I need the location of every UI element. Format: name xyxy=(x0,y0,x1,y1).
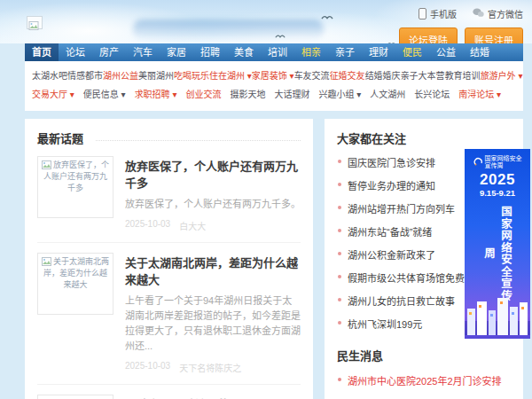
subnav-link-dropdown[interactable]: 便民信息 ▾ xyxy=(83,86,126,103)
bird-icon xyxy=(275,27,286,43)
post-item: 放弃医保了，个人账户还有两万九千多 放弃医保了，个人账户还有两万九千多 放弃医保… xyxy=(37,146,301,243)
wechat-icon xyxy=(473,8,484,20)
subnav-link[interactable]: 美丽湖州 xyxy=(138,67,174,84)
post-title[interactable]: 放弃医保了，个人账户还有两万九千多 xyxy=(125,157,301,191)
sub-nav-row-1: 太湖水吧 情感都市 湖州公益 美丽湖州 吃喝玩乐 住在湖州 ▾ 家居装饰 ▾ 车… xyxy=(32,67,516,84)
post-thumbnail[interactable]: 放弃医保了，个人账户还有两万九千多 xyxy=(37,156,113,218)
phone-icon xyxy=(419,8,426,20)
nav-item-wedding[interactable]: 结婚 xyxy=(463,43,497,61)
post-thumbnail[interactable]: 关于太湖南北两岸，差距为什么越来越大 xyxy=(37,253,113,315)
nav-item-auto[interactable]: 汽车 xyxy=(126,43,160,61)
post-meta: 2025-10-03 天下名将陈庆之 xyxy=(125,354,301,374)
official-wechat-label: 官方微信 xyxy=(488,7,523,20)
subnav-link-dropdown[interactable]: 兴趣小组 ▾ xyxy=(318,86,361,103)
post-title[interactable]: 关于太湖南北两岸，差距为什么越来越大 xyxy=(125,254,301,287)
subnav-link-dropdown[interactable]: 住在湖州 ▾ xyxy=(209,67,252,84)
latest-topics-title: 最新话题 xyxy=(37,129,83,146)
post-thumbnail[interactable]: 中秋自己动手做蛋黄酥 xyxy=(37,395,113,399)
dotted-divider xyxy=(96,139,301,141)
nav-item-realestate[interactable]: 房产 xyxy=(92,43,126,61)
subnav-link[interactable]: 结婚婚庆 xyxy=(365,67,401,84)
subnav-link[interactable]: 长兴论坛 xyxy=(414,86,450,103)
banner-vertical-title: 国家网络安全宣传周 xyxy=(481,201,514,306)
subnav-link-dropdown[interactable]: 家居装饰 ▾ xyxy=(252,67,294,84)
official-wechat-link[interactable]: 官方微信 xyxy=(473,7,523,20)
nav-item-home[interactable]: 首页 xyxy=(25,43,59,61)
banner-year: 2025 xyxy=(465,171,530,188)
nav-item-parenting[interactable]: 亲子 xyxy=(328,43,362,61)
nav-item-convenience[interactable]: 便民 xyxy=(395,43,429,61)
post-author: 天下名将陈庆之 xyxy=(179,361,241,374)
subnav-link[interactable]: 太湖水吧 xyxy=(32,67,67,84)
livelihood-news-item[interactable]: 湖州市中心医院2025年2月门诊安排 xyxy=(337,373,511,387)
latest-topics-card: 最新话题 放弃医保了，个人账户还有两万九千多 放弃医保了，个人账户还有两万九千多… xyxy=(25,119,313,399)
nav-item-food[interactable]: 美食 xyxy=(227,43,261,61)
post-excerpt: 上午看了一个关于94年湖州日报关于太湖南北两岸差距报道的帖子，如今差距是拉得更大… xyxy=(125,293,301,354)
bird-icon xyxy=(321,8,333,24)
subnav-link[interactable]: 创业交流 xyxy=(185,86,221,103)
subnav-link[interactable]: 摄影天地 xyxy=(230,86,265,103)
site-header: 手机版 官方微信 论坛登陆 账号注册 xyxy=(0,0,532,43)
mobile-version-link[interactable]: 手机版 xyxy=(419,7,457,20)
banner-logo: 国家网络安全宣传周 xyxy=(465,154,530,170)
post-excerpt: 放弃医保了，个人账户还有两万九千多。 xyxy=(125,197,301,212)
mobile-version-label: 手机版 xyxy=(430,7,457,20)
thumbnail-alt-text: 关于太湖南北两岸，差距为什么越来越大 xyxy=(43,257,109,289)
banner-dates: 9.15-9.21 xyxy=(465,188,530,198)
post-date: 2025-10-03 xyxy=(125,361,170,374)
subnav-link[interactable]: 车友交流 xyxy=(294,67,330,84)
swoosh-icon xyxy=(473,154,483,170)
main-nav: 首页 论坛 房产 汽车 家居 招聘 美食 培训 相亲 亲子 理财 便民 公益 结… xyxy=(25,43,523,61)
subnav-link-dropdown[interactable]: 求职招聘 ▾ xyxy=(135,86,177,103)
city-illustration xyxy=(465,294,530,339)
subnav-link[interactable]: 大话理财 xyxy=(274,86,309,103)
site-logo-broken-image-icon[interactable] xyxy=(27,16,43,29)
subnav-link[interactable]: 湖州公益 xyxy=(103,67,138,84)
nav-item-homeliving[interactable]: 家居 xyxy=(160,43,193,61)
subnav-link[interactable]: 征婚交友 xyxy=(330,67,365,84)
nav-item-jobs[interactable]: 招聘 xyxy=(193,43,227,61)
livelihood-news-list: 湖州市中心医院2025年2月门诊安排 湖州市妇幼保健院2025年2月门诊安排 湖… xyxy=(337,373,511,399)
post-item: 关于太湖南北两岸，差距为什么越来越大 关于太湖南北两岸，差距为什么越来越大 上午… xyxy=(37,243,301,385)
post-date: 2025-10-03 xyxy=(125,219,170,232)
post-meta: 2025-10-03 白大大 xyxy=(125,212,301,232)
header-actions: 手机版 官方微信 论坛登陆 账号注册 xyxy=(399,7,523,43)
sub-nav: 太湖水吧 情感都市 湖州公益 美丽湖州 吃喝玩乐 住在湖州 ▾ 家居装饰 ▾ 车… xyxy=(25,61,523,111)
nav-item-training[interactable]: 培训 xyxy=(261,43,294,61)
main-content: 最新话题 放弃医保了，个人账户还有两万九千多 放弃医保了，个人账户还有两万九千多… xyxy=(25,119,523,399)
post-item: 中秋自己动手做蛋黄酥 中秋自己动手做蛋黄酥 从准备食材到看着它们在烤箱里慢慢变得… xyxy=(37,385,301,399)
subnav-link-dropdown[interactable]: 南浔论坛 ▾ xyxy=(458,86,501,103)
nav-item-forum[interactable]: 论坛 xyxy=(59,43,92,61)
subnav-link[interactable]: 人文湖州 xyxy=(370,86,405,103)
nav-item-charity[interactable]: 公益 xyxy=(429,43,463,61)
subnav-link-dropdown[interactable]: 交易大厅 ▾ xyxy=(32,86,74,103)
livelihood-news-title: 民生消息 xyxy=(337,347,511,364)
nav-item-finance[interactable]: 理财 xyxy=(362,43,395,61)
banner-logo-text: 国家网络安全宣传周 xyxy=(485,155,522,169)
subnav-link[interactable]: 情感都市 xyxy=(67,67,103,84)
subnav-link[interactable]: 吃喝玩乐 xyxy=(174,67,209,84)
cybersecurity-week-banner-ad[interactable]: 国家网络安全宣传周 2025 9.15-9.21 国家网络安全宣传周 xyxy=(465,149,530,339)
nav-item-dating[interactable]: 相亲 xyxy=(294,43,328,61)
bird-icon xyxy=(387,34,396,43)
watercolor-city-decoration xyxy=(133,20,324,39)
sub-nav-row-2: 交易大厅 ▾ 便民信息 ▾ 求职招聘 ▾ 创业交流 摄影天地 大话理财 兴趣小组… xyxy=(32,86,516,103)
post-author: 白大大 xyxy=(179,219,206,232)
thumbnail-alt-text: 放弃医保了，个人账户还有两万九千多 xyxy=(43,160,109,192)
account-register-button[interactable]: 账号注册 xyxy=(465,27,523,43)
subnav-link[interactable]: 亲子大本营 xyxy=(401,67,445,84)
trending-title: 大家都在关注 xyxy=(337,129,511,146)
subnav-link-dropdown[interactable]: 旅游户外 ▾ xyxy=(481,67,523,84)
post-title[interactable]: 中秋自己动手做蛋黄酥 xyxy=(125,395,301,399)
forum-login-button[interactable]: 论坛登陆 xyxy=(399,27,458,43)
subnav-link[interactable]: 教育培训 xyxy=(445,67,481,84)
